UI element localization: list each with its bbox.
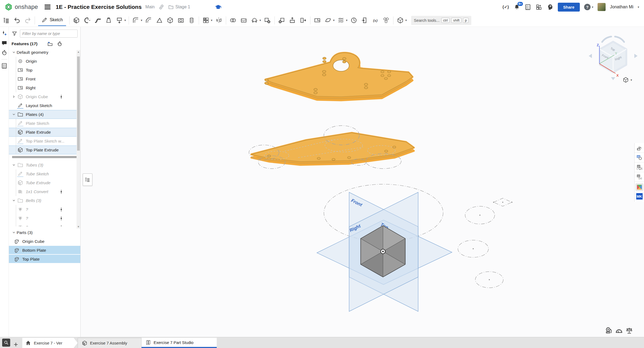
- mass-properties-icon[interactable]: [625, 326, 633, 335]
- feature-row-right-plane[interactable]: Right: [9, 83, 80, 92]
- scroll-down-icon[interactable]: ▼: [77, 225, 80, 228]
- scrollbar-thumb[interactable]: [77, 56, 80, 151]
- feature-row-tube-sketch[interactable]: Tube Sketch: [9, 169, 80, 178]
- feature-row-belts-folder[interactable]: Belts (3): [9, 196, 80, 205]
- feature-row-top-plane[interactable]: Top: [9, 66, 80, 74]
- split-button[interactable]: [238, 16, 249, 25]
- home-icon[interactable]: [25, 340, 31, 346]
- chevron-down-icon[interactable]: ▾: [404, 19, 408, 22]
- part-row-origin-cube[interactable]: Origin Cube: [9, 237, 80, 246]
- graphics-viewport[interactable]: Front Top Right Top Front Right: [81, 27, 644, 337]
- move-face-button[interactable]: [287, 16, 298, 25]
- chevron-down-icon[interactable]: ▾: [258, 19, 262, 22]
- replace-face-button[interactable]: [298, 16, 309, 25]
- mirror-button[interactable]: [214, 16, 224, 25]
- filter-icon[interactable]: [12, 31, 17, 37]
- sweep-button[interactable]: [93, 16, 103, 25]
- tab-assembly[interactable]: Exercise 7 Assembly: [78, 338, 142, 348]
- sketch-button[interactable]: Sketch: [38, 15, 66, 26]
- feature-row-origin[interactable]: Origin: [9, 57, 80, 66]
- folder-breadcrumb[interactable]: Stage 1: [168, 4, 190, 10]
- comments-icon[interactable]: [1, 40, 8, 46]
- help-menu[interactable]: ? ▾: [584, 4, 594, 10]
- history-icon[interactable]: [57, 41, 63, 47]
- chevron-down-icon[interactable]: ▾: [638, 5, 639, 9]
- undo-button[interactable]: [12, 16, 22, 25]
- chevron-down-icon[interactable]: ▾: [140, 19, 143, 22]
- revolve-button[interactable]: [82, 16, 93, 25]
- onshape-logo[interactable]: onshape: [5, 3, 38, 11]
- suppressed-indicator-icon[interactable]: [59, 207, 64, 212]
- rotate-right-icon[interactable]: [634, 54, 638, 58]
- feature-row-default-geometry[interactable]: Default geometry: [9, 48, 80, 57]
- tasks-icon[interactable]: [524, 4, 531, 10]
- tree-scrollbar[interactable]: ▲ ▼: [77, 50, 80, 229]
- chevron-right-icon[interactable]: [11, 95, 17, 98]
- bottom-plate-3d[interactable]: [265, 53, 413, 100]
- sketch-circles-right[interactable]: [458, 198, 512, 288]
- feature-row-belt-1[interactable]: ?: [9, 205, 80, 214]
- new-folder-icon[interactable]: [47, 41, 53, 47]
- add-tab-button[interactable]: [13, 342, 19, 347]
- feature-row-belt-2[interactable]: ?: [9, 214, 80, 223]
- feature-list-flyout-handle[interactable]: [83, 173, 92, 186]
- feature-script-icon[interactable]: [502, 3, 509, 10]
- feature-row-plate-extrude[interactable]: Plate Extrude: [9, 128, 80, 137]
- rotate-down-icon[interactable]: [611, 77, 615, 80]
- ai-advisor-icon[interactable]: [547, 3, 553, 10]
- top-plate-3d[interactable]: [251, 133, 414, 165]
- view-options-button[interactable]: ▾: [623, 76, 637, 84]
- chevron-down-icon[interactable]: ▾: [210, 19, 214, 22]
- hole-button[interactable]: [176, 16, 186, 25]
- feature-row-plates-folder[interactable]: Plates (4): [9, 110, 80, 119]
- rollback-bar[interactable]: [12, 156, 78, 158]
- history-icon[interactable]: [1, 49, 8, 56]
- draft-button[interactable]: [154, 16, 165, 25]
- suppressed-indicator-icon[interactable]: [59, 215, 64, 221]
- feature-list-toggle-button[interactable]: [1, 16, 12, 25]
- link-icon[interactable]: [158, 4, 164, 10]
- loft-button[interactable]: [103, 16, 114, 25]
- chevron-down-icon[interactable]: ▾: [345, 19, 349, 22]
- feature-row-tube-extrude[interactable]: Tube Extrude: [9, 178, 80, 187]
- chevron-down-icon[interactable]: [11, 199, 17, 202]
- main-menu-icon[interactable]: [45, 5, 50, 9]
- suppressed-indicator-icon[interactable]: [59, 189, 64, 195]
- shell-button[interactable]: [165, 16, 176, 25]
- thread-button[interactable]: [186, 16, 197, 25]
- feature-row-tubes-folder[interactable]: Tubes (3): [9, 161, 80, 169]
- bom-table-button[interactable]: [635, 153, 644, 162]
- suppressed-indicator-icon[interactable]: [59, 94, 64, 100]
- chevron-down-icon[interactable]: ▾: [123, 19, 127, 22]
- rotate-right-arrow-icon[interactable]: [615, 37, 624, 42]
- measure-icon[interactable]: [605, 326, 613, 335]
- filter-input[interactable]: [20, 30, 78, 38]
- learning-center-icon[interactable]: [215, 4, 222, 10]
- tab-version-breadcrumb[interactable]: Exercise 7 - Ver: [22, 338, 78, 348]
- checklist-icon[interactable]: [1, 63, 8, 69]
- feature-row-top-plate-sketch[interactable]: Top Plate Sketch w...: [9, 137, 80, 145]
- parts-header-row[interactable]: Parts (3): [9, 228, 80, 237]
- avatar[interactable]: [598, 3, 606, 11]
- chevron-down-icon[interactable]: [11, 51, 17, 54]
- multi-part-button[interactable]: [381, 16, 392, 25]
- plane-button[interactable]: [312, 16, 323, 25]
- feature-row-layout-sketch[interactable]: Layout Sketch: [9, 101, 80, 110]
- composite-curve-button[interactable]: [349, 16, 359, 25]
- variable-table-button[interactable]: [635, 172, 644, 182]
- feature-row-origin-cube[interactable]: Origin Cube: [9, 92, 80, 101]
- chevron-down-icon[interactable]: [11, 231, 17, 234]
- mk-app-button[interactable]: MK: [636, 193, 643, 200]
- app-store-icon[interactable]: [536, 4, 542, 10]
- extrude-button[interactable]: [71, 16, 82, 25]
- notifications-button[interactable]: 9+: [513, 4, 520, 10]
- rotate-left-icon[interactable]: [589, 54, 592, 58]
- view-cube[interactable]: Top Front Right Z Y X: [589, 37, 638, 80]
- xray-app-button[interactable]: [635, 183, 643, 191]
- scroll-up-icon[interactable]: ▲: [77, 51, 80, 53]
- feature-row-top-plate-extrude[interactable]: Top Plate Extrude: [9, 145, 80, 154]
- add-feature-icon[interactable]: [1, 30, 8, 37]
- chamfer-button[interactable]: [143, 16, 154, 25]
- chevron-down-icon[interactable]: [11, 163, 17, 167]
- search-tabs-button[interactable]: [2, 339, 10, 347]
